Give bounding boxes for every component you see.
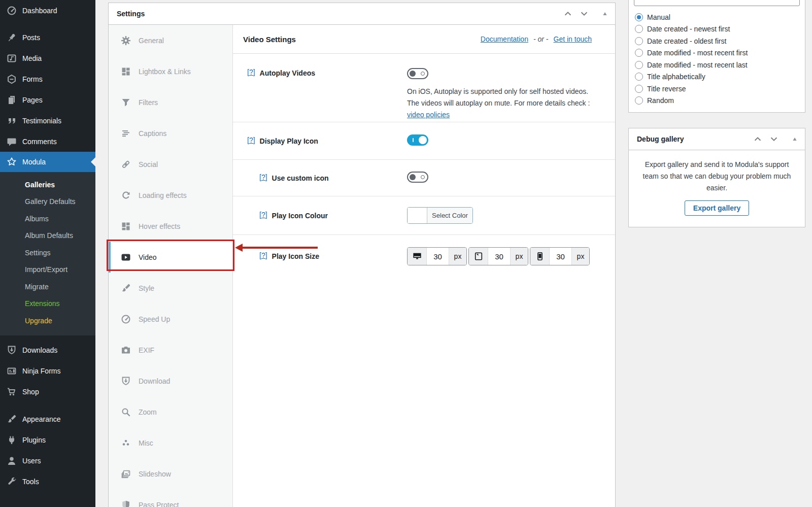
video-policies-link[interactable]: video policies bbox=[407, 111, 450, 119]
move-down-icon[interactable] bbox=[580, 9, 589, 18]
tab-style[interactable]: Style bbox=[109, 273, 232, 303]
collapse-icon[interactable] bbox=[602, 11, 608, 17]
tab-slideshow[interactable]: Slideshow bbox=[109, 458, 232, 489]
radio-icon[interactable] bbox=[635, 85, 643, 93]
sidebar-item-plugins[interactable]: Plugins bbox=[0, 430, 95, 451]
radio-icon[interactable] bbox=[635, 96, 643, 105]
radio-icon[interactable] bbox=[635, 13, 643, 21]
submenu-item-upgrade[interactable]: Upgrade bbox=[0, 312, 95, 329]
sidebar-item-tools[interactable]: Tools bbox=[0, 471, 95, 492]
radio-icon[interactable] bbox=[635, 49, 643, 57]
sort-option-modified-first[interactable]: Date modified - most recent first bbox=[635, 47, 801, 59]
metabox-title: Settings bbox=[117, 10, 145, 18]
sidebar-item-pages[interactable]: Pages bbox=[0, 89, 95, 110]
tab-pass-protect[interactable]: Pass Protect bbox=[109, 489, 232, 507]
sidebar-item-comments[interactable]: Comments bbox=[0, 131, 95, 152]
setting-description: On iOS, Autoplay is supported only for s… bbox=[407, 86, 597, 121]
sidebar-item-appearance[interactable]: Appearance bbox=[0, 409, 95, 430]
sidebar-item-label: Modula bbox=[22, 158, 46, 166]
debug-gallery-metabox: Debug gallery Export gallery and send it… bbox=[628, 128, 805, 227]
tab-label: Loading effects bbox=[139, 191, 187, 199]
sort-option-manual[interactable]: Manual bbox=[635, 11, 801, 23]
submenu-item-migrate[interactable]: Migrate bbox=[0, 278, 95, 295]
setting-row-play-icon-colour: [?] Play Icon Colour Select Color bbox=[233, 196, 615, 235]
tab-misc[interactable]: Misc bbox=[109, 427, 232, 458]
radio-icon[interactable] bbox=[635, 73, 643, 81]
sidebar-item-users[interactable]: Users bbox=[0, 451, 95, 471]
sidebar-item-ninja-forms[interactable]: Ninja Forms bbox=[0, 361, 95, 382]
sidebar-item-label: Testimonials bbox=[22, 117, 61, 125]
mobile-size-input[interactable]: 30 bbox=[550, 248, 571, 265]
move-up-icon[interactable] bbox=[753, 134, 762, 144]
autoplay-toggle[interactable] bbox=[407, 68, 428, 79]
download-icon bbox=[121, 376, 131, 386]
move-up-icon[interactable] bbox=[563, 9, 572, 18]
submenu-item-import-export[interactable]: Import/Export bbox=[0, 261, 95, 279]
submenu-item-albums[interactable]: Albums bbox=[0, 210, 95, 227]
submenu-item-album-defaults[interactable]: Album Defaults bbox=[0, 227, 95, 245]
tab-filters[interactable]: Filters bbox=[109, 87, 232, 118]
export-gallery-button[interactable]: Export gallery bbox=[685, 200, 749, 216]
sidebar-item-forms[interactable]: Forms bbox=[0, 69, 95, 89]
sort-option-random[interactable]: Random bbox=[635, 95, 801, 107]
get-in-touch-link[interactable]: Get in touch bbox=[554, 35, 592, 43]
submenu-item-galleries[interactable]: Galleries bbox=[0, 176, 95, 193]
tab-label: Download bbox=[139, 377, 170, 385]
select-color-button[interactable]: Select Color bbox=[407, 207, 473, 224]
sort-option-title-reverse[interactable]: Title reverse bbox=[635, 83, 801, 95]
help-icon[interactable]: [?] bbox=[247, 136, 255, 144]
setting-row-display-play-icon: [?] Display Play Icon bbox=[233, 122, 615, 160]
submenu-item-gallery-defaults[interactable]: Gallery Defaults bbox=[0, 193, 95, 211]
help-icon[interactable]: [?] bbox=[259, 211, 267, 219]
sort-option-date-oldest[interactable]: Date created - oldest first bbox=[635, 35, 801, 47]
sidebar-item-label: Downloads bbox=[22, 346, 57, 354]
move-down-icon[interactable] bbox=[769, 134, 779, 144]
help-icon[interactable]: [?] bbox=[259, 173, 267, 181]
tab-download[interactable]: Download bbox=[109, 365, 232, 396]
tab-captions[interactable]: Captions bbox=[109, 118, 232, 149]
tab-loading-effects[interactable]: Loading effects bbox=[109, 180, 232, 211]
sidebar-item-modula[interactable]: Modula bbox=[0, 152, 95, 172]
tablet-size-input[interactable]: 30 bbox=[488, 248, 510, 265]
radio-icon[interactable] bbox=[635, 61, 643, 69]
sort-option-title-alpha[interactable]: Title alphabetically bbox=[635, 71, 801, 83]
tab-label: Speed Up bbox=[139, 315, 170, 323]
sidebar-item-media[interactable]: Media bbox=[0, 48, 95, 69]
sidebar-item-downloads[interactable]: Downloads bbox=[0, 340, 95, 361]
collapse-icon[interactable] bbox=[792, 136, 798, 142]
display-play-icon-toggle[interactable] bbox=[407, 134, 428, 146]
tab-label: Pass Protect bbox=[139, 501, 179, 507]
tab-general[interactable]: General bbox=[109, 25, 232, 56]
sidebar-item-dashboard[interactable]: Dashboard bbox=[0, 0, 95, 21]
submenu-item-settings[interactable]: Settings bbox=[0, 244, 95, 261]
use-custom-icon-toggle[interactable] bbox=[407, 172, 428, 183]
video-settings-panel: Video Settings Documentation - or - Get … bbox=[233, 25, 615, 507]
tab-zoom[interactable]: Zoom bbox=[109, 396, 232, 427]
tab-video[interactable]: Video bbox=[109, 242, 232, 273]
sort-option-date-newest[interactable]: Date created - newest first bbox=[635, 23, 801, 36]
sidebar-item-label: Forms bbox=[22, 75, 43, 83]
tab-hover-effects[interactable]: Hover effects bbox=[109, 211, 232, 242]
tablet-icon bbox=[474, 252, 483, 261]
tab-lightbox-links[interactable]: Lightbox & Links bbox=[109, 56, 232, 87]
submenu-item-extensions[interactable]: Extensions bbox=[0, 295, 95, 313]
sidebar-item-testimonials[interactable]: Testimonials bbox=[0, 110, 95, 131]
tab-label: Zoom bbox=[139, 408, 157, 416]
help-icon[interactable]: [?] bbox=[259, 251, 267, 259]
radio-icon[interactable] bbox=[635, 25, 643, 33]
dots-icon bbox=[121, 438, 131, 448]
documentation-link[interactable]: Documentation bbox=[481, 35, 528, 43]
sort-select-dropdown[interactable] bbox=[634, 0, 800, 6]
tab-speed-up[interactable]: Speed Up bbox=[109, 303, 232, 334]
tab-exif[interactable]: EXIF bbox=[109, 334, 232, 365]
desktop-size-input[interactable]: 30 bbox=[427, 248, 449, 265]
sidebar-item-shop[interactable]: Shop bbox=[0, 382, 95, 402]
sort-option-modified-last[interactable]: Date modified - most recent last bbox=[635, 59, 801, 71]
setting-row-use-custom-icon: [?] Use custom icon bbox=[233, 160, 615, 196]
sidebar-item-label: Tools bbox=[22, 478, 39, 486]
downloads-icon bbox=[7, 345, 17, 355]
radio-icon[interactable] bbox=[635, 37, 643, 45]
tab-social[interactable]: Social bbox=[109, 149, 232, 180]
help-icon[interactable]: [?] bbox=[247, 68, 255, 76]
sidebar-item-posts[interactable]: Posts bbox=[0, 27, 95, 48]
